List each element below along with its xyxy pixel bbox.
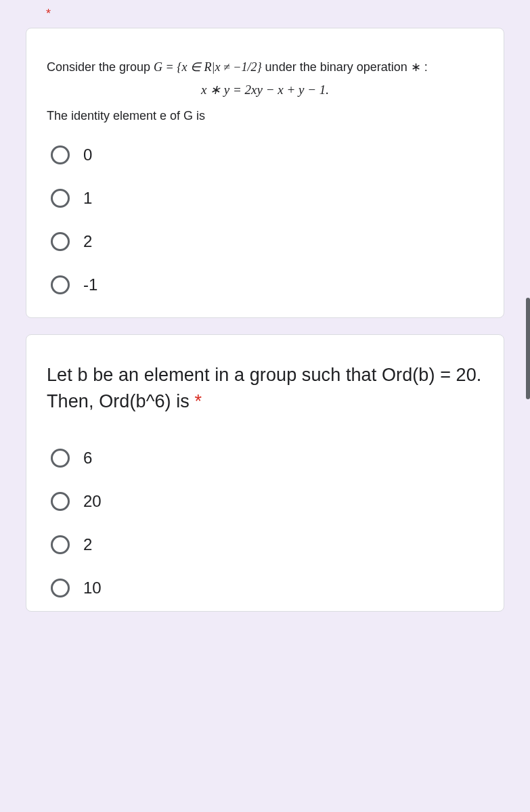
scrollbar-thumb[interactable] [526, 298, 530, 399]
q1-line1-post: under the binary operation ∗ : [262, 60, 428, 74]
q2-option-2-label: 2 [83, 535, 92, 554]
q1-line1-math: G = {x ∈ R|x ≠ −1/2} [154, 60, 262, 74]
q2-option-1[interactable]: 20 [51, 492, 483, 511]
radio-icon [51, 449, 70, 468]
q1-line2: x ∗ y = 2xy − x + y − 1. [47, 81, 483, 100]
q1-option-2-label: 2 [83, 232, 92, 251]
radio-icon [51, 189, 70, 208]
q1-option-1[interactable]: 1 [51, 189, 483, 208]
question-1-body: Consider the group G = {x ∈ R|x ≠ −1/2} … [47, 58, 483, 125]
radio-icon [51, 492, 70, 511]
q1-option-1-label: 1 [83, 189, 92, 208]
q2-option-3-label: 10 [83, 579, 102, 597]
q1-option-3-label: -1 [83, 275, 97, 294]
q2-option-0[interactable]: 6 [51, 449, 483, 468]
q2-option-2[interactable]: 2 [51, 535, 483, 554]
q2-text-content: Let b be an element in a group such that… [47, 365, 481, 411]
q1-options: 0 1 2 -1 [47, 145, 483, 294]
q1-option-2[interactable]: 2 [51, 232, 483, 251]
q2-option-1-label: 20 [83, 492, 102, 511]
q2-option-3[interactable]: 10 [51, 579, 483, 597]
question-card-1: Consider the group G = {x ∈ R|x ≠ −1/2} … [26, 28, 504, 318]
required-asterisk-top: * [0, 7, 530, 21]
radio-icon [51, 535, 70, 554]
radio-icon [51, 232, 70, 251]
q2-option-0-label: 6 [83, 449, 92, 468]
question-2-text: Let b be an element in a group such that… [47, 362, 483, 415]
q1-line1-pre: Consider the group [47, 60, 154, 74]
radio-icon [51, 145, 70, 164]
q2-options: 6 20 2 10 [47, 449, 483, 597]
q1-option-3[interactable]: -1 [51, 275, 483, 294]
q1-line1: Consider the group G = {x ∈ R|x ≠ −1/2} … [47, 58, 483, 76]
radio-icon [51, 275, 70, 294]
required-asterisk: * [195, 391, 202, 411]
q1-line3: The identity element e of G is [47, 107, 483, 125]
question-card-2: Let b be an element in a group such that… [26, 334, 504, 612]
radio-icon [51, 579, 70, 597]
q1-option-0[interactable]: 0 [51, 145, 483, 164]
q1-option-0-label: 0 [83, 145, 92, 164]
